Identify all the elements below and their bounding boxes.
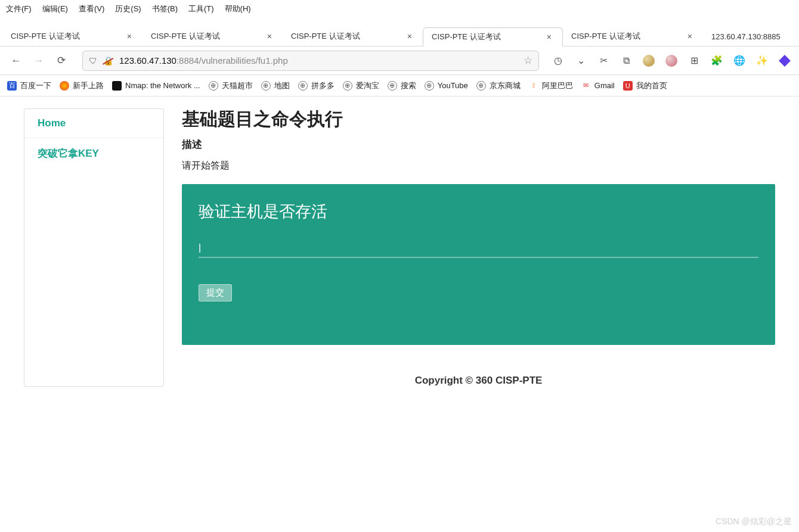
bookmark-map[interactable]: ⊕地图: [261, 80, 290, 91]
close-icon[interactable]: ×: [265, 32, 274, 41]
bookmark-label: 百度一下: [20, 80, 51, 91]
bookmark-newbie[interactable]: 新手上路: [60, 80, 104, 91]
tab-title: CISP-PTE 认证考试: [11, 31, 125, 42]
footer: Copyright © 360 CISP-PTE: [182, 375, 775, 387]
close-icon[interactable]: ×: [685, 32, 695, 41]
bookmark-baidu[interactable]: 百百度一下: [7, 80, 51, 91]
menu-file[interactable]: 文件(F): [6, 4, 32, 14]
globe-icon: ⊕: [298, 81, 308, 91]
url-path: /vulnerabilities/fu1.php: [199, 55, 287, 66]
bookmark-nmap[interactable]: Nmap: the Network ...: [112, 81, 200, 91]
sidebar-home[interactable]: Home: [24, 109, 163, 138]
tab-strip: CISP-PTE 认证考试× CISP-PTE 认证考试× CISP-PTE 认…: [0, 23, 799, 46]
tab-0[interactable]: CISP-PTE 认证考试×: [2, 27, 143, 46]
tab-title: CISP-PTE 认证考试: [151, 31, 265, 42]
tab-title: CISP-PTE 认证考试: [432, 32, 544, 42]
bookmark-label: 拼多多: [311, 80, 335, 91]
sparkle-icon[interactable]: ✨: [756, 55, 768, 67]
tab-4[interactable]: CISP-PTE 认证考试×: [563, 27, 703, 46]
tab-title: 123.60.47.130:8885: [711, 32, 781, 41]
puzzle-icon[interactable]: 🧩: [711, 55, 723, 67]
baidu-icon: 百: [7, 81, 17, 91]
host-input[interactable]: [199, 239, 758, 258]
ext-icon-1[interactable]: [643, 55, 655, 67]
bookmark-search[interactable]: ⊕搜索: [388, 80, 416, 91]
cube-ext-icon[interactable]: [779, 55, 791, 67]
pocket-icon[interactable]: ⌄: [575, 55, 587, 67]
close-icon[interactable]: ×: [405, 32, 414, 41]
menu-bar: 文件(F) 编辑(E) 查看(V) 历史(S) 书签(B) 工具(T) 帮助(H…: [0, 0, 799, 18]
tab-2[interactable]: CISP-PTE 认证考试×: [283, 27, 423, 46]
back-button[interactable]: ←: [8, 53, 24, 69]
grid-icon[interactable]: ⊞: [688, 55, 700, 67]
copy-icon[interactable]: ⧉: [620, 55, 632, 67]
firefox-icon: [60, 81, 69, 91]
close-icon[interactable]: ×: [125, 32, 134, 41]
ext-icon-2[interactable]: [665, 55, 677, 67]
scissors-icon[interactable]: ✂: [597, 55, 609, 67]
tab-1[interactable]: CISP-PTE 认证考试×: [143, 27, 283, 46]
main: 基础题目之命令执行 描述 请开始答题 验证主机是否存活 提交 Copyright…: [182, 107, 775, 387]
bookmark-label: 新手上路: [73, 80, 104, 91]
bookmark-label: Nmap: the Network ...: [125, 81, 200, 90]
globe-icon: ⊕: [209, 81, 218, 91]
lock-insecure-icon[interactable]: 🔒: [103, 56, 113, 66]
globe-icon[interactable]: 🌐: [733, 55, 745, 67]
toolbar-icons: ◷ ⌄ ✂ ⧉ ⊞ 🧩 🌐 ✨: [552, 55, 791, 67]
bookmarks-bar: 百百度一下 新手上路 Nmap: the Network ... ⊕天猫超市 ⊕…: [0, 75, 799, 97]
bookmark-label: 阿里巴巴: [542, 80, 573, 91]
menu-view[interactable]: 查看(V): [79, 4, 104, 14]
submit-button[interactable]: 提交: [199, 284, 232, 301]
bookmark-gmail[interactable]: ✉Gmail: [581, 81, 615, 91]
reload-button[interactable]: ⟳: [54, 53, 69, 69]
history-icon[interactable]: ◷: [552, 55, 564, 67]
url-bar[interactable]: 🛡 🔒 123.60.47.130:8884/vulnerabilities/f…: [82, 51, 539, 71]
sidebar: Home 突破它拿KEY: [24, 108, 164, 387]
bookmark-label: YouTube: [438, 81, 468, 90]
bookmark-tmall[interactable]: ⊕天猫超市: [209, 80, 253, 91]
bookmark-label: 爱淘宝: [356, 80, 379, 91]
globe-icon: ⊕: [388, 81, 397, 91]
bookmark-youtube[interactable]: ⊕YouTube: [425, 81, 468, 91]
bookmark-label: 天猫超市: [222, 80, 253, 91]
globe-icon: ⊕: [425, 81, 434, 91]
menu-edit[interactable]: 编辑(E): [42, 4, 68, 14]
page-desc: 请开始答题: [182, 160, 775, 172]
bookmark-alibaba[interactable]: ⟟阿里巴巴: [529, 80, 573, 91]
url-text: 123.60.47.130:8884/vulnerabilities/fu1.p…: [119, 55, 518, 66]
toolbar: ← → ⟳ 🛡 🔒 123.60.47.130:8884/vulnerabili…: [0, 46, 799, 75]
bookmark-jd[interactable]: ⊕京东商城: [476, 80, 521, 91]
bookmark-label: 搜索: [401, 80, 416, 91]
globe-icon: ⊕: [476, 81, 486, 91]
panel-title: 验证主机是否存活: [199, 201, 758, 222]
tab-5[interactable]: 123.60.47.130:8885: [703, 27, 789, 46]
bookmark-star-icon[interactable]: ☆: [524, 54, 532, 67]
menu-help[interactable]: 帮助(H): [225, 4, 251, 14]
menu-bookmarks[interactable]: 书签(B): [152, 4, 178, 14]
nmap-icon: [112, 81, 122, 91]
page-content: Home 突破它拿KEY 基础题目之命令执行 描述 请开始答题 验证主机是否存活…: [0, 97, 799, 410]
challenge-panel: 验证主机是否存活 提交: [182, 184, 775, 345]
home-icon: U: [623, 81, 633, 91]
tab-3-active[interactable]: CISP-PTE 认证考试×: [423, 27, 563, 46]
menu-history[interactable]: 历史(S): [115, 4, 141, 14]
forward-button[interactable]: →: [31, 53, 47, 69]
bookmark-aitaobao[interactable]: ⊕爱淘宝: [343, 80, 379, 91]
tab-title: CISP-PTE 认证考试: [291, 31, 405, 42]
gmail-icon: ✉: [581, 81, 591, 91]
menu-tools[interactable]: 工具(T): [188, 4, 214, 14]
close-icon[interactable]: ×: [544, 32, 554, 42]
page-title: 基础题目之命令执行: [182, 107, 775, 132]
bookmark-pdd[interactable]: ⊕拼多多: [298, 80, 335, 91]
sidebar-key[interactable]: 突破它拿KEY: [24, 138, 163, 169]
globe-icon: ⊕: [261, 81, 271, 91]
bookmark-label: 地图: [274, 80, 290, 91]
bookmark-myhome[interactable]: U我的首页: [623, 80, 667, 91]
page-subhead: 描述: [182, 138, 775, 151]
tab-title: CISP-PTE 认证考试: [571, 31, 685, 42]
url-host: 123.60.47.130: [119, 55, 176, 66]
bookmark-label: 京东商城: [490, 80, 521, 91]
alibaba-icon: ⟟: [529, 81, 538, 91]
globe-icon: ⊕: [343, 81, 352, 91]
shield-icon[interactable]: 🛡: [89, 56, 97, 66]
